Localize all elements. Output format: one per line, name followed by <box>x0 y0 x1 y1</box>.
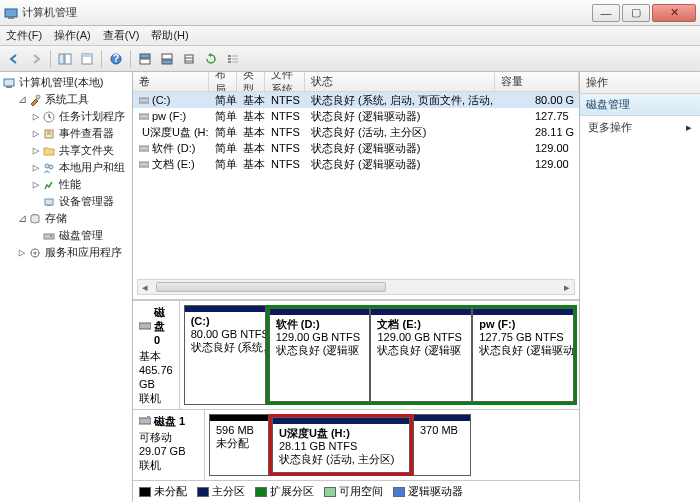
tools-icon <box>28 93 42 107</box>
volume-row[interactable]: (C:)简单基本NTFS状态良好 (系统, 启动, 页面文件, 活动, 故障转储… <box>133 92 579 108</box>
expand-icon[interactable]: ▷ <box>30 144 42 157</box>
computer-icon <box>2 76 16 90</box>
disk-0: 磁盘 0 基本 465.76 GB 联机 (C:) 80.00 GB NTFS … <box>133 301 579 410</box>
disk-0-map: (C:) 80.00 GB NTFS 状态良好 (系统, 启 软件 (D:) 1… <box>180 301 581 409</box>
menu-action[interactable]: 操作(A) <box>54 28 91 43</box>
extended-partition-group: 软件 (D:) 129.00 GB NTFS 状态良好 (逻辑驱 文档 (E:)… <box>266 305 577 405</box>
tb-view-top[interactable] <box>135 49 155 69</box>
tree-root[interactable]: 计算机管理(本地) <box>0 74 132 91</box>
actions-pane: 操作 磁盘管理 更多操作▸ <box>580 72 700 502</box>
col-volume[interactable]: 卷 <box>133 72 209 91</box>
tree-services[interactable]: ▷服务和应用程序 <box>0 244 132 261</box>
expand-icon[interactable]: ▷ <box>30 161 42 174</box>
actions-disk-mgmt[interactable]: 磁盘管理 <box>580 94 700 116</box>
svg-rect-21 <box>4 79 14 86</box>
svg-rect-19 <box>228 61 231 63</box>
collapse-icon[interactable]: ⊿ <box>16 212 28 225</box>
tree-disk-mgmt[interactable]: 磁盘管理 <box>0 227 132 244</box>
tree-storage[interactable]: ⊿存储 <box>0 210 132 227</box>
svg-rect-47 <box>139 162 149 167</box>
tb-refresh[interactable] <box>201 49 221 69</box>
tb-properties[interactable] <box>77 49 97 69</box>
tree-shared-folders[interactable]: ▷共享文件夹 <box>0 142 132 159</box>
partition-unalloc-1[interactable]: 596 MB 未分配 <box>209 414 269 476</box>
svg-rect-17 <box>228 58 231 60</box>
close-button[interactable]: ✕ <box>652 4 696 22</box>
expand-icon[interactable]: ▷ <box>30 110 42 123</box>
tree-performance[interactable]: ▷性能 <box>0 176 132 193</box>
tree-system-tools[interactable]: ⊿系统工具 <box>0 91 132 108</box>
scroll-thumb[interactable] <box>156 282 386 292</box>
volume-list[interactable]: (C:)简单基本NTFS状态良好 (系统, 启动, 页面文件, 活动, 故障转储… <box>133 92 579 172</box>
svg-rect-9 <box>140 59 150 64</box>
col-capacity[interactable]: 容量 <box>495 72 579 91</box>
collapse-icon[interactable]: ⊿ <box>16 93 28 106</box>
minimize-button[interactable]: — <box>592 4 620 22</box>
svg-rect-33 <box>47 205 51 206</box>
maximize-button[interactable]: ▢ <box>622 4 650 22</box>
tree-local-users[interactable]: ▷本地用户和组 <box>0 159 132 176</box>
tree-task-scheduler[interactable]: ▷任务计划程序 <box>0 108 132 125</box>
legend-free: 可用空间 <box>324 484 383 499</box>
disk-1-map: 596 MB 未分配 U深度U盘 (H:) 28.11 GB NTFS 状态良好… <box>205 410 579 480</box>
tb-help[interactable]: ? <box>106 49 126 69</box>
svg-rect-50 <box>147 416 150 419</box>
svg-rect-20 <box>232 61 238 63</box>
volume-row[interactable]: pw (F:)简单基本NTFS状态良好 (逻辑驱动器)127.75 <box>133 108 579 124</box>
nav-tree[interactable]: 计算机管理(本地) ⊿系统工具 ▷任务计划程序 ▷事件查看器 ▷共享文件夹 ▷本… <box>0 72 133 502</box>
disk-icon <box>139 321 151 331</box>
tb-settings[interactable] <box>179 49 199 69</box>
col-type[interactable]: 类型 <box>237 72 265 91</box>
device-icon <box>42 195 56 209</box>
tb-back[interactable] <box>4 49 24 69</box>
svg-rect-18 <box>232 58 238 60</box>
partition-d[interactable]: 软件 (D:) 129.00 GB NTFS 状态良好 (逻辑驱 <box>269 308 371 402</box>
actions-more[interactable]: 更多操作▸ <box>580 116 700 139</box>
services-icon <box>28 246 42 260</box>
scroll-left-icon[interactable]: ◂ <box>138 281 152 294</box>
svg-rect-0 <box>5 9 17 17</box>
svg-text:?: ? <box>113 53 120 64</box>
h-scrollbar[interactable]: ◂ ▸ <box>137 279 575 295</box>
expand-icon[interactable]: ▷ <box>30 178 42 191</box>
tb-forward[interactable] <box>26 49 46 69</box>
toolbar: ? <box>0 46 700 72</box>
expand-icon[interactable]: ▷ <box>30 127 42 140</box>
partition-unalloc-2[interactable]: 370 MB <box>413 414 471 476</box>
actions-header: 操作 <box>580 72 700 94</box>
window-title: 计算机管理 <box>18 5 592 20</box>
disk-1-info[interactable]: 磁盘 1 可移动 29.07 GB 联机 <box>133 410 205 480</box>
volume-row[interactable]: 软件 (D:)简单基本NTFS状态良好 (逻辑驱动器)129.00 <box>133 140 579 156</box>
legend-unalloc: 未分配 <box>139 484 187 499</box>
partition-e[interactable]: 文档 (E:) 129.00 GB NTFS 状态良好 (逻辑驱 <box>370 308 472 402</box>
col-layout[interactable]: 布局 <box>209 72 237 91</box>
legend: 未分配 主分区 扩展分区 可用空间 逻辑驱动器 <box>133 480 579 502</box>
partition-f[interactable]: pw (F:) 127.75 GB NTFS 状态良好 (逻辑驱动 <box>472 308 574 402</box>
svg-rect-16 <box>232 55 238 57</box>
disk-0-info[interactable]: 磁盘 0 基本 465.76 GB 联机 <box>133 301 180 409</box>
tb-view-bottom[interactable] <box>157 49 177 69</box>
legend-logical: 逻辑驱动器 <box>393 484 463 499</box>
disk-1: 磁盘 1 可移动 29.07 GB 联机 596 MB 未分配 U深度U盘 ( <box>133 410 579 480</box>
menu-file[interactable]: 文件(F) <box>6 28 42 43</box>
volume-row[interactable]: 文档 (E:)简单基本NTFS状态良好 (逻辑驱动器)129.00 <box>133 156 579 172</box>
app-icon <box>4 6 18 20</box>
center-panel: 卷 布局 类型 文件系统 状态 容量 (C:)简单基本NTFS状态良好 (系统,… <box>133 72 580 502</box>
tb-list[interactable] <box>223 49 243 69</box>
svg-rect-12 <box>185 55 193 63</box>
volume-row[interactable]: U深度U盘 (H:)简单基本NTFS状态良好 (活动, 主分区)28.11 G <box>133 124 579 140</box>
scroll-right-icon[interactable]: ▸ <box>560 281 574 294</box>
tb-show-hide[interactable] <box>55 49 75 69</box>
expand-icon[interactable]: ▷ <box>16 246 28 259</box>
partition-h[interactable]: U深度U盘 (H:) 28.11 GB NTFS 状态良好 (活动, 主分区) <box>272 417 410 473</box>
volume-list-header: 卷 布局 类型 文件系统 状态 容量 <box>133 72 579 92</box>
col-fs[interactable]: 文件系统 <box>265 72 305 91</box>
svg-point-31 <box>49 165 53 169</box>
tree-event-viewer[interactable]: ▷事件查看器 <box>0 125 132 142</box>
tree-device-manager[interactable]: 设备管理器 <box>0 193 132 210</box>
col-status[interactable]: 状态 <box>305 72 495 91</box>
svg-rect-35 <box>44 234 54 239</box>
menu-help[interactable]: 帮助(H) <box>151 28 188 43</box>
menu-view[interactable]: 查看(V) <box>103 28 140 43</box>
partition-c[interactable]: (C:) 80.00 GB NTFS 状态良好 (系统, 启 <box>184 305 266 405</box>
